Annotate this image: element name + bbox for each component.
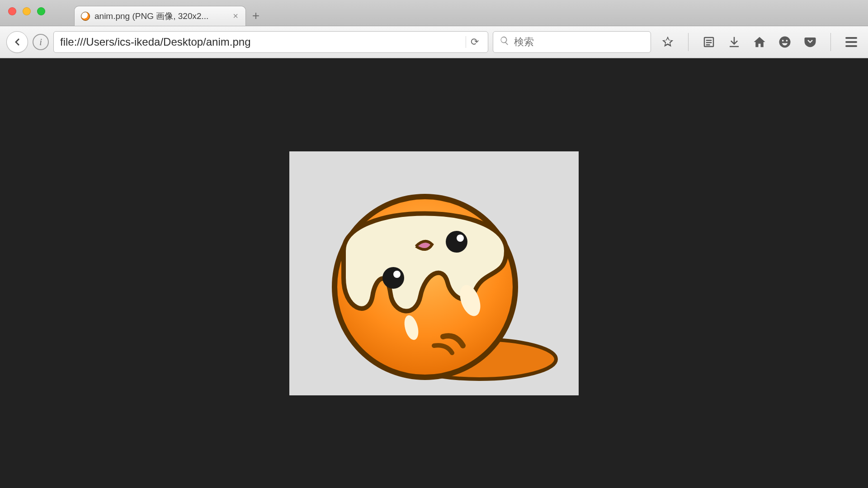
svg-point-4: [382, 267, 404, 289]
close-window-button[interactable]: [8, 7, 16, 15]
svg-point-2: [446, 231, 467, 253]
separator: [688, 33, 689, 51]
minimize-window-button[interactable]: [23, 7, 31, 15]
reader-list-icon[interactable]: [701, 34, 717, 50]
displayed-image: [289, 151, 579, 395]
window-controls: [8, 7, 45, 15]
site-identity-button[interactable]: i: [33, 34, 49, 50]
search-icon: [500, 36, 509, 48]
tab-title: anim.png (PNG 画像, 320x2...: [94, 10, 231, 22]
image-container: [289, 151, 579, 395]
smiley-icon[interactable]: [777, 34, 793, 50]
search-input[interactable]: [514, 36, 644, 48]
svg-point-3: [457, 235, 464, 242]
bookmark-star-icon[interactable]: [660, 34, 675, 50]
reload-button[interactable]: ⟳: [466, 36, 483, 48]
tab-bar: anim.png (PNG 画像, 320x2... × +: [0, 0, 868, 26]
separator: [830, 33, 831, 51]
downloads-icon[interactable]: [726, 34, 742, 50]
zoom-window-button[interactable]: [37, 7, 45, 15]
arrow-left-icon: [12, 37, 23, 47]
svg-point-5: [393, 271, 401, 278]
info-icon: i: [39, 36, 42, 48]
home-icon[interactable]: [752, 34, 767, 50]
content-viewport: [0, 58, 868, 488]
new-tab-button[interactable]: +: [246, 6, 266, 26]
tab-close-icon[interactable]: ×: [231, 11, 240, 21]
toolbar: i file:///Users/ics-ikeda/Desktop/anim.p…: [0, 26, 868, 58]
toolbar-icons: [656, 33, 862, 51]
tab-favicon: [81, 12, 90, 21]
menu-icon: [845, 37, 857, 47]
url-text: file:///Users/ics-ikeda/Desktop/anim.png: [60, 36, 461, 48]
menu-button[interactable]: [844, 34, 859, 50]
pocket-icon[interactable]: [802, 34, 818, 50]
url-bar[interactable]: file:///Users/ics-ikeda/Desktop/anim.png…: [53, 31, 488, 53]
search-bar[interactable]: [493, 31, 651, 53]
back-button[interactable]: [6, 31, 28, 53]
browser-tab[interactable]: anim.png (PNG 画像, 320x2... ×: [74, 6, 246, 26]
browser-chrome: anim.png (PNG 画像, 320x2... × + i file://…: [0, 0, 868, 58]
